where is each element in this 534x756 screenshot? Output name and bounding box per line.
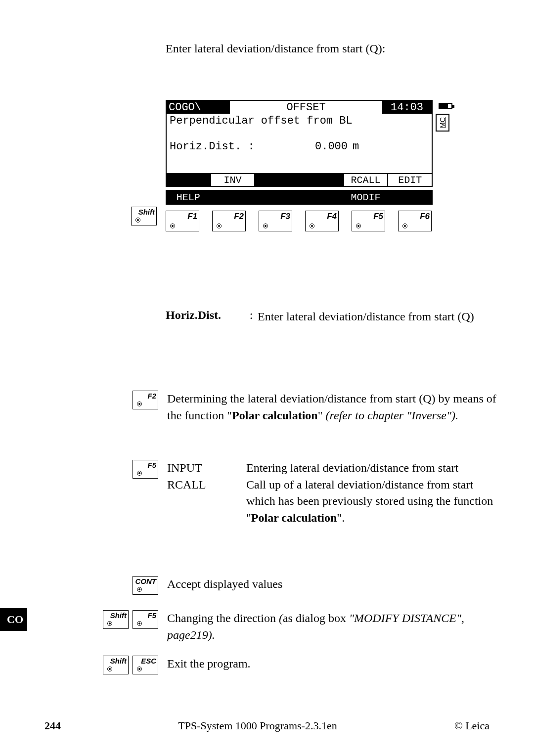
f4-key[interactable]: F4	[305, 211, 339, 231]
softkey-row-main: INV RCALL EDIT	[167, 173, 432, 186]
explain-cont-text: Accept displayed values	[167, 576, 504, 595]
mc-badge: MC	[436, 114, 449, 132]
f5-key[interactable]: F5	[352, 211, 385, 231]
lcd-time: 14:03	[382, 101, 432, 114]
footer-title: TPS-System 1000 Programs-2.3.1en	[178, 719, 337, 732]
f2-key[interactable]: F2	[212, 211, 246, 231]
lcd-field-label: Horiz.Dist. :	[170, 140, 273, 151]
battery-icon	[439, 103, 452, 109]
softkey-f3[interactable]	[255, 174, 300, 186]
page-number: 244	[44, 719, 61, 732]
footer-copyright: © Leica	[454, 719, 490, 732]
shift-key-inline-2[interactable]: Shift	[103, 656, 129, 674]
f5-key-inline-2[interactable]: F5	[133, 610, 158, 629]
horiz-colon: :	[245, 309, 258, 325]
explain-f5-text: INPUT Entering lateral deviation/distanc…	[167, 460, 504, 526]
f2-key-inline[interactable]: F2	[133, 391, 158, 409]
shift-key-inline-1[interactable]: Shift	[103, 610, 129, 629]
explain-shift-f5: Shift F5 Changing the direction (as dial…	[99, 610, 504, 643]
explain-shift-esc-text: Exit the program.	[167, 656, 504, 674]
horiz-def-text: Enter lateral deviation/distance from st…	[258, 309, 502, 325]
f5-rcall-def: Call up of a lateral deviation/distance …	[246, 477, 504, 527]
horiz-term: Horiz.Dist.	[166, 309, 245, 325]
explain-cont: CONT Accept displayed values	[99, 576, 504, 595]
f1-key[interactable]: F1	[166, 211, 199, 231]
f3-key[interactable]: F3	[259, 211, 292, 231]
shift-softkey-f3[interactable]	[255, 191, 300, 204]
shift-softkey-f2[interactable]	[211, 191, 256, 204]
explain-f5: F5 INPUT Entering lateral deviation/dist…	[99, 460, 504, 526]
softkey-row-shift: HELP MODIF	[167, 191, 432, 204]
f6-key[interactable]: F6	[398, 211, 432, 231]
softkey-f6[interactable]: EDIT	[388, 174, 432, 186]
shift-key[interactable]: Shift	[131, 207, 157, 225]
page-title: Enter lateral deviation/distance from st…	[166, 42, 512, 55]
lcd-field-row: Horiz.Dist. : 0.000 m	[167, 139, 432, 152]
softkey-f5[interactable]: RCALL	[344, 174, 389, 186]
horiz-dist-definition: Horiz.Dist. : Enter lateral deviation/di…	[166, 309, 502, 325]
lcd-field-unit: m	[353, 140, 367, 151]
lcd-field-value: 0.000	[273, 140, 353, 151]
lcd-subtitle: Perpendicular offset from BL	[167, 114, 432, 139]
page-footer: 244 TPS-System 1000 Programs-2.3.1en © L…	[44, 719, 490, 732]
explain-shift-esc: Shift ESC Exit the program.	[99, 656, 504, 674]
shift-softkey-f6[interactable]	[388, 191, 432, 204]
esc-key[interactable]: ESC	[133, 656, 158, 674]
fkey-row: F1 F2 F3 F4 F5 F6	[166, 211, 433, 231]
shift-softkey-f4[interactable]	[300, 191, 344, 204]
softkey-f2[interactable]: INV	[211, 174, 256, 186]
softkey-f4[interactable]	[300, 174, 344, 186]
device-figure: MC COGO\ OFFSET 14:03 Perpendicular offs…	[131, 100, 422, 231]
lcd-screen: MC COGO\ OFFSET 14:03 Perpendicular offs…	[166, 100, 433, 187]
explain-f2-text: Determining the lateral deviation/distan…	[167, 391, 504, 424]
lcd-mode: OFFSET	[230, 101, 382, 114]
softkey-f1[interactable]	[167, 174, 211, 186]
explain-f2: F2 Determining the lateral deviation/dis…	[99, 391, 504, 424]
shift-softkey-f1[interactable]: HELP	[167, 191, 211, 204]
cont-key[interactable]: CONT	[133, 576, 158, 595]
f5-input-def: Entering lateral deviation/distance from…	[246, 460, 504, 477]
shift-softkey-f5[interactable]: MODIF	[344, 191, 389, 204]
f5-key-inline[interactable]: F5	[133, 460, 158, 479]
section-tab: CO	[0, 608, 27, 631]
f5-rcall-term: RCALL	[167, 477, 246, 527]
explain-shift-f5-text: Changing the direction (as dialog box "M…	[167, 610, 504, 643]
lcd-breadcrumb: COGO\	[167, 101, 230, 114]
f5-input-term: INPUT	[167, 460, 246, 477]
